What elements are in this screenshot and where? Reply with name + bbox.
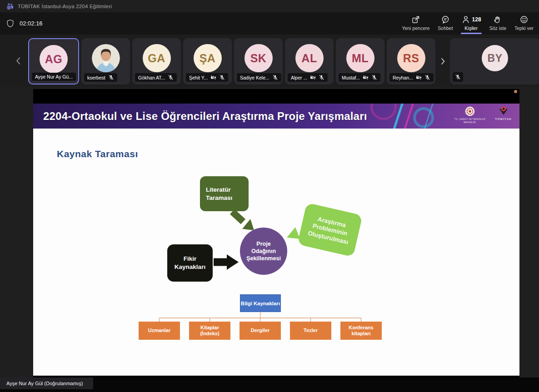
presenter-name-label: Ayşe Nur Ay Gül (Doğrulanmamış) <box>0 377 93 389</box>
statusbar: Ayşe Nur Ay Gül (Doğrulanmamış) <box>0 377 539 392</box>
avatar: RS <box>397 44 425 72</box>
screenshare-stage: 2204-Ortaokul ve Lise Öğrencileri Araştı… <box>0 87 539 377</box>
participant-name-pill: Alper ... <box>288 73 328 82</box>
slide-header-title: 2204-Ortaokul ve Lise Öğrencileri Araştı… <box>43 110 367 123</box>
filmstrip-scroll-left-button[interactable] <box>14 54 24 68</box>
mic-off-icon <box>272 74 278 80</box>
camera-off-icon <box>416 74 422 80</box>
raise-hand-button[interactable]: Söz iste <box>485 12 510 35</box>
participant-tile-sadiye[interactable]: SK Sadiye Kele... <box>234 38 283 84</box>
participant-tile-kserbest[interactable]: kserbest <box>81 38 130 84</box>
ministry-emblem-icon <box>464 105 476 117</box>
new-window-button[interactable]: Yeni pencere <box>398 12 434 35</box>
participant-name-pill: kserbest <box>84 73 117 82</box>
diagram-source-box: Tezler <box>290 322 331 340</box>
chat-button[interactable]: Sohbet <box>434 12 457 35</box>
smiley-icon <box>519 15 529 24</box>
mic-off-icon <box>219 74 225 80</box>
raise-hand-icon <box>493 15 502 24</box>
participant-name: kserbest <box>87 75 105 80</box>
window-title: TÜBİTAK İstanbul-Asya 2204 Eğitimleri <box>18 4 112 9</box>
new-window-label: Yeni pencere <box>402 25 429 31</box>
participant-name-pill: Ayşe Nur Ay Gü... <box>32 73 76 81</box>
chat-label: Sohbet <box>438 25 453 31</box>
mic-off-icon <box>168 74 174 80</box>
participant-name: Şehit Y... <box>189 75 208 80</box>
diagram-source-box: Uzmanlar <box>139 322 180 340</box>
participant-tiles: AG Ayşe Nur Ay Gü... kserbest GA <box>28 38 539 84</box>
raise-hand-label: Söz iste <box>489 25 506 31</box>
window-titlebar: TÜBİTAK İstanbul-Asya 2204 Eğitimleri <box>0 0 539 12</box>
diagram-literature-box: Literatür Taraması <box>200 176 249 211</box>
people-icon <box>461 15 470 24</box>
participant-name-pill: Sadiye Kele... <box>237 73 281 82</box>
react-label: Tepki ver <box>514 25 534 31</box>
react-button[interactable]: Tepki ver <box>510 12 538 35</box>
teams-logo-icon <box>6 2 14 10</box>
avatar: SK <box>245 44 273 72</box>
chevron-right-icon <box>438 55 447 67</box>
mic-off-icon <box>371 74 377 80</box>
participant-tile-by[interactable]: BY <box>450 38 539 84</box>
participant-name-pill: Şehit Y... <box>186 73 228 82</box>
filmstrip-scroll-right-button[interactable] <box>438 38 448 84</box>
decor-ring <box>370 104 397 120</box>
tubitak-logo-text: TÜBİTAK <box>495 117 512 121</box>
participant-photo <box>92 44 120 72</box>
participant-name: Reyhan... <box>393 75 413 80</box>
participant-name: Sadiye Kele... <box>240 75 270 80</box>
toolbar-buttons: Yeni pencere Sohbet 128 Kişiler Söz iste… <box>398 12 539 35</box>
recording-dot <box>514 90 517 93</box>
participant-name: Gökhan AT... <box>138 75 165 80</box>
diagram-source-box: Kitaplar (İndeks) <box>189 322 230 340</box>
active-tab-underline <box>461 33 482 34</box>
participant-tile-gokhan[interactable]: GA Gökhan AT... <box>132 38 181 84</box>
shield-icon <box>6 19 15 28</box>
diagram-idea-sources-box: Fikir Kaynakları <box>167 244 213 282</box>
tubitak-logo: TÜBİTAK <box>490 105 517 121</box>
participants-filmstrip: AG Ayşe Nur Ay Gü... kserbest GA <box>0 35 539 87</box>
slide-body: Kaynak Taraması Literatür Taraması Fikir… <box>33 129 519 376</box>
people-label: Kişiler <box>464 25 478 31</box>
avatar: AG <box>40 45 68 73</box>
ministry-logo-text: T.C. SANAYİ VE TEKNOLOJİ BAKANLIĞI <box>450 118 489 124</box>
participant-name: Ayşe Nur Ay Gü... <box>35 74 73 79</box>
popout-icon <box>411 15 420 24</box>
chat-icon <box>441 15 450 24</box>
participant-name-pill: Reyhan... <box>389 73 434 82</box>
avatar: AL <box>295 44 324 72</box>
meeting-timer: 02:02:16 <box>0 19 43 28</box>
camera-off-icon <box>210 74 216 80</box>
mic-off-icon <box>424 74 430 80</box>
people-button[interactable]: 128 Kişiler <box>457 12 485 35</box>
slide-header: 2204-Ortaokul ve Lise Öğrencileri Araştı… <box>33 104 519 129</box>
diagram-source-box: Dergiler <box>240 322 281 340</box>
diagram-source-box: Konferans kitapları <box>340 322 382 340</box>
chevron-left-icon <box>14 54 24 68</box>
diagram-research-problem-box: Araştırma Probleminin Oluşturulması <box>297 203 363 257</box>
participant-name-pill: Mustaf... <box>339 73 380 82</box>
camera-off-icon <box>363 74 369 80</box>
participant-name: Alper ... <box>291 75 307 80</box>
participant-name: Mustaf... <box>342 75 360 80</box>
timer-value: 02:02:16 <box>20 20 43 27</box>
participant-tile-ayse[interactable]: AG Ayşe Nur Ay Gü... <box>28 38 79 84</box>
avatar-photo <box>92 44 120 72</box>
participant-tile-alper[interactable]: AL Alper ... <box>285 38 334 84</box>
participant-status-pill <box>453 72 463 82</box>
people-count: 128 <box>472 16 481 23</box>
diagram-project-focus-circle: Proje Odağının Şekillenmesi <box>240 228 287 275</box>
tubitak-emblem-icon <box>498 105 509 116</box>
participant-tile-sehit[interactable]: ŞA Şehit Y... <box>183 38 232 84</box>
mic-off-icon <box>455 74 461 80</box>
slide-section-title: Kaynak Taraması <box>57 149 138 159</box>
avatar: GA <box>143 44 171 72</box>
mic-off-icon <box>319 74 324 80</box>
diagram-info-sources-box: Bilgi Kaynakları <box>240 294 281 312</box>
avatar: BY <box>482 45 508 71</box>
participant-tile-reyhan[interactable]: RS Reyhan... <box>387 38 435 84</box>
participant-tile-mustafa[interactable]: ML Mustaf... <box>336 38 384 84</box>
avatar: ŞA <box>194 44 222 72</box>
participant-name-pill: Gökhan AT... <box>135 73 177 82</box>
avatar: ML <box>346 44 374 72</box>
